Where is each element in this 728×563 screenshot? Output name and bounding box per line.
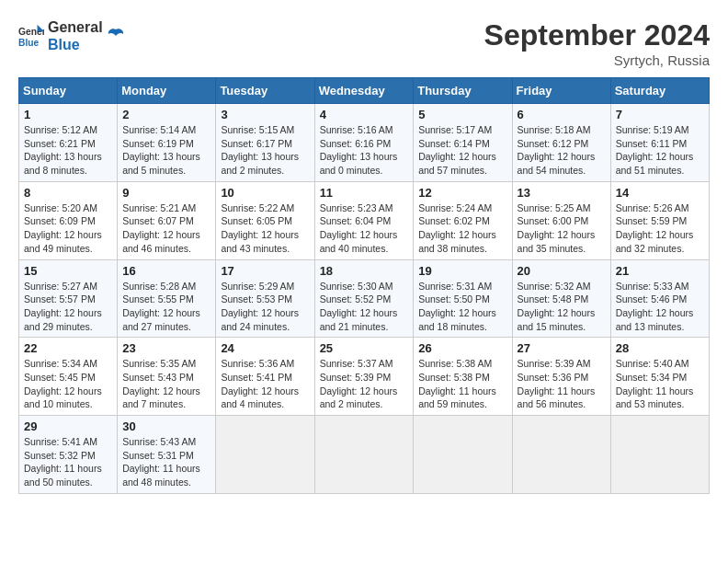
day-cell: 28Sunrise: 5:40 AM Sunset: 5:34 PM Dayli… [610, 338, 709, 416]
day-number: 12 [418, 186, 506, 200]
day-number: 6 [518, 108, 606, 121]
logo-bird-icon [107, 27, 125, 45]
day-number: 30 [122, 419, 210, 433]
week-row-1: 1Sunrise: 5:12 AM Sunset: 6:21 PM Daylig… [19, 104, 710, 182]
day-number: 15 [24, 264, 112, 278]
day-number: 22 [24, 341, 112, 355]
day-number: 27 [518, 341, 606, 355]
col-tuesday: Tuesday [216, 78, 314, 104]
day-info: Sunrise: 5:19 AM Sunset: 6:11 PM Dayligh… [616, 123, 704, 178]
day-number: 14 [616, 186, 704, 200]
day-number: 13 [518, 186, 606, 200]
day-cell: 7Sunrise: 5:19 AM Sunset: 6:11 PM Daylig… [610, 104, 709, 182]
day-cell: 22Sunrise: 5:34 AM Sunset: 5:45 PM Dayli… [19, 338, 118, 416]
day-number: 28 [616, 341, 704, 355]
day-info: Sunrise: 5:14 AM Sunset: 6:19 PM Dayligh… [122, 123, 210, 178]
day-cell: 1Sunrise: 5:12 AM Sunset: 6:21 PM Daylig… [19, 104, 118, 182]
day-cell: 6Sunrise: 5:18 AM Sunset: 6:12 PM Daylig… [512, 104, 610, 182]
day-info: Sunrise: 5:34 AM Sunset: 5:45 PM Dayligh… [24, 357, 112, 411]
day-number: 18 [320, 264, 409, 278]
day-cell: 18Sunrise: 5:30 AM Sunset: 5:52 PM Dayli… [314, 259, 414, 338]
day-info: Sunrise: 5:32 AM Sunset: 5:48 PM Dayligh… [518, 280, 606, 334]
month-title: September 2024 [484, 18, 710, 52]
day-cell: 21Sunrise: 5:33 AM Sunset: 5:46 PM Dayli… [610, 259, 709, 338]
day-cell: 11Sunrise: 5:23 AM Sunset: 6:04 PM Dayli… [314, 181, 414, 259]
day-number: 1 [24, 108, 112, 121]
day-cell: 10Sunrise: 5:22 AM Sunset: 6:05 PM Dayli… [216, 181, 314, 259]
day-number: 25 [320, 341, 409, 355]
day-number: 7 [616, 108, 704, 121]
day-cell: 9Sunrise: 5:21 AM Sunset: 6:07 PM Daylig… [118, 181, 216, 259]
title-block: September 2024 Syrtych, Russia [484, 18, 710, 68]
day-cell: 27Sunrise: 5:39 AM Sunset: 5:36 PM Dayli… [512, 338, 610, 416]
day-cell: 20Sunrise: 5:32 AM Sunset: 5:48 PM Dayli… [512, 259, 610, 338]
day-cell: 17Sunrise: 5:29 AM Sunset: 5:53 PM Dayli… [216, 259, 314, 338]
day-number: 10 [221, 186, 309, 200]
day-info: Sunrise: 5:30 AM Sunset: 5:52 PM Dayligh… [320, 280, 409, 334]
day-cell: 2Sunrise: 5:14 AM Sunset: 6:19 PM Daylig… [118, 104, 216, 182]
col-saturday: Saturday [610, 78, 709, 104]
week-row-2: 8Sunrise: 5:20 AM Sunset: 6:09 PM Daylig… [19, 181, 710, 259]
col-sunday: Sunday [19, 78, 118, 104]
day-number: 29 [24, 419, 112, 433]
logo-general-text: General [48, 18, 103, 36]
day-info: Sunrise: 5:40 AM Sunset: 5:34 PM Dayligh… [616, 357, 704, 411]
day-info: Sunrise: 5:20 AM Sunset: 6:09 PM Dayligh… [24, 201, 112, 256]
day-info: Sunrise: 5:31 AM Sunset: 5:50 PM Dayligh… [418, 280, 506, 334]
day-number: 8 [24, 186, 112, 200]
day-number: 23 [122, 341, 210, 355]
week-row-4: 22Sunrise: 5:34 AM Sunset: 5:45 PM Dayli… [19, 338, 710, 416]
logo-icon: General Blue [18, 23, 44, 49]
day-number: 24 [221, 341, 309, 355]
day-cell: 4Sunrise: 5:16 AM Sunset: 6:16 PM Daylig… [314, 104, 414, 182]
svg-text:Blue: Blue [18, 38, 40, 48]
day-cell: 24Sunrise: 5:36 AM Sunset: 5:41 PM Dayli… [216, 338, 314, 416]
col-thursday: Thursday [414, 78, 512, 104]
logo-blue-text: Blue [48, 36, 103, 53]
day-info: Sunrise: 5:37 AM Sunset: 5:39 PM Dayligh… [320, 357, 409, 411]
day-info: Sunrise: 5:33 AM Sunset: 5:46 PM Dayligh… [616, 280, 704, 334]
day-info: Sunrise: 5:26 AM Sunset: 5:59 PM Dayligh… [616, 201, 704, 256]
day-info: Sunrise: 5:27 AM Sunset: 5:57 PM Dayligh… [24, 280, 112, 334]
day-info: Sunrise: 5:25 AM Sunset: 6:00 PM Dayligh… [518, 201, 606, 256]
day-cell: 5Sunrise: 5:17 AM Sunset: 6:14 PM Daylig… [414, 104, 512, 182]
day-info: Sunrise: 5:41 AM Sunset: 5:32 PM Dayligh… [24, 435, 112, 489]
day-number: 21 [616, 264, 704, 278]
day-cell: 16Sunrise: 5:28 AM Sunset: 5:55 PM Dayli… [118, 259, 216, 338]
day-number: 5 [418, 108, 506, 121]
page-header: General Blue General Blue September 2024… [18, 18, 710, 68]
week-row-5: 29Sunrise: 5:41 AM Sunset: 5:32 PM Dayli… [19, 416, 710, 494]
day-info: Sunrise: 5:28 AM Sunset: 5:55 PM Dayligh… [122, 280, 210, 334]
day-cell: 23Sunrise: 5:35 AM Sunset: 5:43 PM Dayli… [118, 338, 216, 416]
day-cell [314, 416, 414, 494]
day-cell [512, 416, 610, 494]
day-cell [610, 416, 709, 494]
day-cell: 15Sunrise: 5:27 AM Sunset: 5:57 PM Dayli… [19, 259, 118, 338]
day-info: Sunrise: 5:38 AM Sunset: 5:38 PM Dayligh… [418, 357, 506, 411]
day-number: 16 [122, 264, 210, 278]
day-cell: 13Sunrise: 5:25 AM Sunset: 6:00 PM Dayli… [512, 181, 610, 259]
day-info: Sunrise: 5:16 AM Sunset: 6:16 PM Dayligh… [320, 123, 409, 178]
day-info: Sunrise: 5:21 AM Sunset: 6:07 PM Dayligh… [122, 201, 210, 256]
header-row: Sunday Monday Tuesday Wednesday Thursday… [19, 78, 710, 104]
day-cell: 8Sunrise: 5:20 AM Sunset: 6:09 PM Daylig… [19, 181, 118, 259]
logo: General Blue General Blue [18, 18, 125, 53]
day-cell: 14Sunrise: 5:26 AM Sunset: 5:59 PM Dayli… [610, 181, 709, 259]
day-cell: 26Sunrise: 5:38 AM Sunset: 5:38 PM Dayli… [414, 338, 512, 416]
day-number: 11 [320, 186, 409, 200]
day-info: Sunrise: 5:39 AM Sunset: 5:36 PM Dayligh… [518, 357, 606, 411]
day-cell: 30Sunrise: 5:43 AM Sunset: 5:31 PM Dayli… [118, 416, 216, 494]
day-number: 20 [518, 264, 606, 278]
day-cell [216, 416, 314, 494]
col-friday: Friday [512, 78, 610, 104]
calendar-table: Sunday Monday Tuesday Wednesday Thursday… [18, 77, 710, 494]
day-info: Sunrise: 5:18 AM Sunset: 6:12 PM Dayligh… [518, 123, 606, 178]
day-cell: 29Sunrise: 5:41 AM Sunset: 5:32 PM Dayli… [19, 416, 118, 494]
day-cell: 19Sunrise: 5:31 AM Sunset: 5:50 PM Dayli… [414, 259, 512, 338]
col-wednesday: Wednesday [314, 78, 414, 104]
location-text: Syrtych, Russia [484, 52, 710, 68]
day-number: 2 [122, 108, 210, 121]
day-number: 9 [122, 186, 210, 200]
day-info: Sunrise: 5:23 AM Sunset: 6:04 PM Dayligh… [320, 201, 409, 256]
day-info: Sunrise: 5:17 AM Sunset: 6:14 PM Dayligh… [418, 123, 506, 178]
